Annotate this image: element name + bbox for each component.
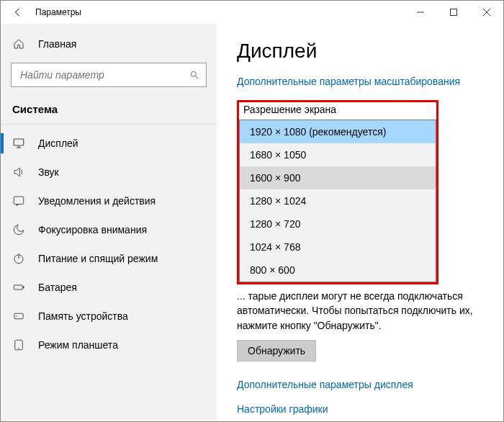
display-icon — [12, 137, 25, 150]
sidebar-item-label: Память устройства — [38, 310, 128, 322]
svg-rect-13 — [23, 287, 24, 289]
battery-icon — [12, 281, 25, 294]
sidebar-home[interactable]: Главная — [1, 30, 217, 58]
search-input[interactable] — [19, 68, 189, 81]
resolution-option[interactable]: 1600 × 900 — [240, 166, 436, 189]
svg-rect-1 — [451, 9, 457, 16]
graphics-settings-link[interactable]: Настройки графики — [237, 403, 489, 415]
resolution-option[interactable]: 1280 × 720 — [240, 212, 436, 235]
resolution-dropdown-highlight: Разрешение экрана 1920 × 1080 (рекоменду… — [237, 100, 438, 284]
resolution-option[interactable]: 1024 × 768 — [240, 235, 436, 259]
resolution-option[interactable]: 1280 × 1024 — [240, 189, 436, 212]
sidebar-item-storage[interactable]: Память устройства — [1, 302, 217, 331]
notifications-icon — [12, 194, 25, 207]
resolution-label: Разрешение экрана — [239, 102, 436, 120]
sidebar-item-focus[interactable]: Фокусировка внимания — [1, 215, 217, 244]
sidebar-item-label: Дисплей — [38, 138, 78, 149]
sidebar-item-label: Фокусировка внимания — [38, 224, 147, 235]
search-input-wrap[interactable] — [11, 63, 207, 87]
sidebar-item-label: Питание и спящий режим — [38, 253, 158, 264]
tablet-icon — [12, 338, 25, 351]
sound-icon — [12, 166, 25, 179]
sidebar-item-label: Режим планшета — [38, 339, 118, 351]
window-title: Параметры — [30, 7, 81, 17]
sidebar-item-label: Батарея — [38, 282, 77, 293]
sidebar-item-label: Уведомления и действия — [38, 195, 156, 207]
detect-description: ... тарые дисплеи могут не всегда подклю… — [237, 289, 489, 333]
sidebar-item-label: Звук — [38, 166, 59, 178]
advanced-display-link[interactable]: Дополнительные параметры дисплея — [237, 379, 489, 390]
sidebar-item-tablet[interactable]: Режим планшета — [1, 331, 217, 359]
svg-point-15 — [16, 315, 17, 317]
sidebar-home-label: Главная — [38, 38, 76, 50]
svg-point-4 — [191, 71, 196, 76]
svg-rect-14 — [14, 313, 23, 319]
resolution-option[interactable]: 1920 × 1080 (рекомендуется) — [240, 120, 436, 143]
minimize-button[interactable] — [404, 1, 437, 24]
svg-rect-6 — [14, 139, 24, 145]
storage-icon — [12, 310, 25, 323]
back-button[interactable] — [6, 1, 30, 24]
titlebar: Параметры — [1, 1, 503, 24]
content: Дисплей Дополнительные параметры масштаб… — [217, 24, 503, 421]
maximize-button[interactable] — [437, 1, 470, 24]
sidebar-item-sound[interactable]: Звук — [1, 158, 217, 187]
svg-line-5 — [196, 76, 199, 79]
scaling-settings-link[interactable]: Дополнительные параметры масштабирования — [237, 76, 460, 87]
power-icon — [12, 252, 25, 265]
close-button[interactable] — [470, 1, 503, 24]
divider — [1, 124, 217, 125]
svg-rect-9 — [14, 197, 24, 205]
sidebar-item-power[interactable]: Питание и спящий режим — [1, 244, 217, 273]
sidebar-item-battery[interactable]: Батарея — [1, 273, 217, 302]
home-icon — [12, 37, 25, 50]
focus-icon — [12, 223, 25, 236]
sidebar-item-display[interactable]: Дисплей — [1, 129, 217, 158]
resolution-dropdown[interactable]: 1920 × 1080 (рекомендуется) 1680 × 1050 … — [239, 120, 436, 282]
svg-point-17 — [18, 348, 19, 349]
resolution-option[interactable]: 800 × 600 — [240, 259, 436, 282]
sidebar-category: Система — [1, 94, 217, 122]
sidebar: Главная Система Дисплей Звук — [1, 24, 217, 421]
resolution-option[interactable]: 1680 × 1050 — [240, 143, 436, 166]
search-icon — [189, 69, 200, 81]
detect-button[interactable]: Обнаружить — [237, 340, 316, 362]
svg-rect-12 — [14, 285, 22, 289]
sidebar-item-notifications[interactable]: Уведомления и действия — [1, 187, 217, 215]
page-title: Дисплей — [237, 40, 489, 63]
